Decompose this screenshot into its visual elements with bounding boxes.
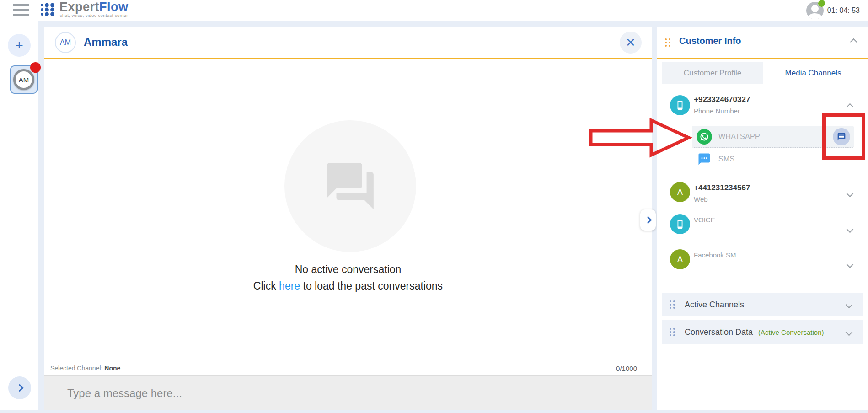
new-conversation-button[interactable]: + [8, 34, 31, 57]
forum-icon [322, 158, 378, 214]
load-conversations-link[interactable]: here [279, 280, 300, 292]
brand-name: ExpertFlow [59, 0, 129, 13]
customer-info-header: Customer Info [657, 27, 868, 59]
conversation-data-badge: (Active Conversation) [758, 328, 824, 336]
chevron-right-icon [16, 384, 24, 392]
chat-meta-row: Selected Channel: None 0/1000 [44, 364, 652, 375]
presence-status-dot [818, 0, 825, 7]
plus-icon: + [15, 38, 23, 53]
smartphone-icon [670, 95, 690, 115]
selected-channel: Selected Channel: None [50, 365, 120, 372]
close-icon: ✕ [626, 36, 636, 50]
facebook-label: Facebook SM [694, 251, 736, 259]
customer-info-panel: Customer Info Customer Profile Media Cha… [657, 27, 868, 410]
app-root: ExpertFlow chat, voice, video contact ce… [0, 0, 868, 413]
start-whatsapp-chat-button[interactable] [833, 128, 850, 145]
active-channels-title: Active Channels [685, 300, 744, 310]
brand-logo: ExpertFlow chat, voice, video contact ce… [39, 0, 129, 18]
expand-conversation-data-icon[interactable] [846, 328, 853, 336]
chat-panel: AM Ammara ✕ No active conversation Click… [44, 27, 652, 410]
top-bar: ExpertFlow chat, voice, video contact ce… [0, 0, 868, 21]
sidebar-expand-button[interactable] [8, 376, 31, 399]
phone-number-label: Phone Number [694, 107, 740, 115]
channel-a-icon: A [670, 249, 690, 269]
session-timer: 01: 04: 53 [827, 6, 860, 15]
topbar-right-group: 01: 04: 53 [806, 0, 860, 21]
brand-logo-icon [39, 2, 58, 17]
chat-contact-name: Ammara [84, 36, 128, 48]
conversation-sidebar: + AM [0, 21, 38, 410]
web-number-value: +441231234567 [694, 183, 750, 193]
web-label: Web [694, 195, 708, 203]
section-conversation-data[interactable]: Conversation Data (Active Conversation) [662, 320, 863, 344]
channel-a-icon: A [670, 182, 690, 202]
agent-avatar[interactable] [806, 2, 824, 19]
conversation-data-title: Conversation Data [685, 327, 753, 337]
section-active-channels[interactable]: Active Channels [662, 293, 863, 316]
tab-customer-profile[interactable]: Customer Profile [662, 62, 763, 84]
empty-state-title: No active conversation [44, 263, 652, 276]
tab-media-channels[interactable]: Media Channels [763, 62, 863, 84]
empty-state-subtitle: Click here to load the past conversation… [44, 280, 652, 292]
whatsapp-icon [697, 129, 712, 145]
brand-tagline: chat, voice, video contact center [59, 13, 129, 18]
expand-active-channels-icon[interactable] [846, 301, 853, 308]
customer-info-title: Customer Info [679, 36, 741, 46]
panel-toggle-tab[interactable] [640, 209, 656, 231]
menu-icon[interactable] [13, 4, 29, 16]
drag-handle-icon[interactable] [670, 328, 675, 336]
drag-handle-icon[interactable] [670, 300, 675, 309]
conversation-list-item[interactable]: AM [10, 65, 38, 94]
drag-handle-icon[interactable] [665, 38, 670, 47]
selected-channel-value: None [104, 365, 120, 372]
collapse-section-icon[interactable] [850, 38, 857, 46]
collapse-phone-icon[interactable] [847, 103, 854, 111]
chat-contact-avatar: AM [55, 32, 76, 53]
whatsapp-label: WHATSAPP [718, 133, 760, 141]
smartphone-icon [670, 214, 690, 234]
close-chat-button[interactable]: ✕ [620, 32, 642, 54]
sms-label: SMS [718, 155, 735, 163]
conversation-avatar: AM [13, 69, 34, 90]
phone-number-value: +923324670327 [694, 95, 750, 104]
channel-row-sms[interactable]: SMS [692, 148, 854, 170]
message-input-bar [44, 375, 652, 410]
channel-row-whatsapp[interactable]: WHATSAPP [692, 126, 854, 148]
expand-voice-icon[interactable] [847, 226, 854, 233]
unread-badge [30, 62, 41, 73]
chevron-right-icon [644, 216, 652, 224]
chat-bubble-icon [837, 132, 846, 141]
chat-header: AM Ammara ✕ [44, 27, 652, 59]
character-counter: 0/1000 [616, 365, 637, 372]
expand-facebook-icon[interactable] [847, 261, 854, 268]
voice-label: VOICE [694, 216, 715, 224]
empty-state-illustration [284, 120, 416, 252]
message-input[interactable] [44, 376, 652, 410]
sms-bubble-icon [697, 152, 711, 166]
expand-web-icon[interactable] [847, 190, 854, 198]
